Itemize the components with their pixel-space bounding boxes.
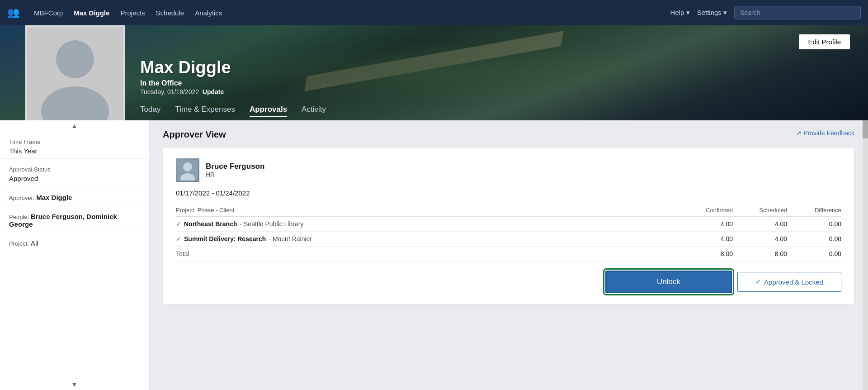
approver-section: Approver: Max Diggle bbox=[0, 186, 149, 205]
approved-locked-button[interactable]: ✓ Approved & Locked bbox=[737, 272, 841, 292]
total-scheduled: 8.00 bbox=[733, 250, 787, 257]
row2-difference: 0.00 bbox=[787, 235, 841, 243]
approver-value: Max Diggle bbox=[36, 194, 72, 201]
check-icon: ✓ bbox=[176, 220, 181, 228]
header-background bbox=[0, 25, 868, 120]
project-section: Project: All bbox=[0, 232, 149, 251]
nav-company[interactable]: MBFCorp bbox=[34, 9, 63, 17]
nav-projects[interactable]: Projects bbox=[120, 9, 145, 17]
person-avatar bbox=[176, 158, 199, 182]
person-avatar-image bbox=[176, 158, 199, 182]
tab-approvals[interactable]: Approvals bbox=[250, 105, 287, 117]
total-difference: 0.00 bbox=[787, 250, 841, 257]
nav-analytics[interactable]: Analytics bbox=[195, 9, 222, 17]
timeframe-label: Time Frame bbox=[9, 138, 140, 145]
edit-profile-button[interactable]: Edit Profile bbox=[799, 34, 850, 49]
person-header: Bruce Ferguson HR bbox=[176, 158, 841, 182]
avatar bbox=[25, 25, 125, 120]
profile-header: Max Diggle In the Office Tuesday, 01/18/… bbox=[0, 25, 868, 120]
approver-view-header: Approver View ↗ Provide Feedback bbox=[163, 129, 854, 140]
row1-project: ✓ Northeast Branch - Seattle Public Libr… bbox=[176, 220, 679, 228]
row2-project: ✓ Summit Delivery: Research - Mount Rain… bbox=[176, 235, 679, 243]
right-content: Approver View ↗ Provide Feedback bbox=[149, 120, 868, 390]
help-menu[interactable]: Help ▾ bbox=[670, 9, 690, 17]
avatar-silhouette bbox=[27, 27, 123, 120]
table-row: ✓ Summit Delivery: Research - Mount Rain… bbox=[176, 232, 841, 247]
col-difference: Difference bbox=[787, 207, 841, 214]
update-link[interactable]: Update bbox=[203, 88, 224, 95]
row1-confirmed: 4.00 bbox=[679, 220, 733, 228]
profile-info: Max Diggle In the Office Tuesday, 01/18/… bbox=[140, 58, 231, 95]
check-icon: ✓ bbox=[176, 235, 181, 243]
date-range: 01/17/2022 - 01/24/2022 bbox=[176, 189, 841, 197]
row2-client: - Mount Rainier bbox=[269, 235, 312, 243]
nav-schedule[interactable]: Schedule bbox=[156, 9, 184, 17]
timeframe-section: Time Frame This Year bbox=[0, 131, 149, 158]
action-buttons: Unlock ✓ Approved & Locked bbox=[176, 271, 841, 293]
table-header: Project: Phase - Client Confirmed Schedu… bbox=[176, 204, 841, 217]
chevron-up-icon: ▲ bbox=[71, 122, 78, 129]
row2-confirmed: 4.00 bbox=[679, 235, 733, 243]
table-row: ✓ Northeast Branch - Seattle Public Libr… bbox=[176, 217, 841, 232]
chevron-down-icon: ▼ bbox=[71, 381, 78, 388]
total-label: Total bbox=[176, 250, 679, 257]
scroll-down-button[interactable]: ▼ bbox=[0, 379, 149, 390]
sidebar: ▲ Time Frame This Year Approval Status A… bbox=[0, 120, 149, 390]
tab-today[interactable]: Today bbox=[140, 105, 160, 117]
scrollbar-thumb bbox=[863, 120, 868, 138]
profile-date: Tuesday, 01/18/2022 Update bbox=[140, 88, 231, 95]
project-label: Project: bbox=[9, 240, 29, 247]
approval-status-section: Approval Status Approved bbox=[0, 159, 149, 186]
col-project: Project: Phase - Client bbox=[176, 207, 679, 214]
row2-project-name: Summit Delivery: Research bbox=[184, 235, 266, 243]
svg-point-3 bbox=[183, 162, 192, 171]
tab-time-expenses[interactable]: Time & Expenses bbox=[175, 105, 235, 117]
person-name: Bruce Ferguson bbox=[206, 162, 264, 171]
scroll-up-button[interactable]: ▲ bbox=[0, 120, 149, 131]
search-input[interactable] bbox=[734, 6, 861, 19]
svg-point-0 bbox=[56, 40, 94, 78]
approval-table: Project: Phase - Client Confirmed Schedu… bbox=[176, 204, 841, 262]
approval-status-label: Approval Status bbox=[9, 166, 140, 173]
col-scheduled: Scheduled bbox=[733, 207, 787, 214]
unlock-button[interactable]: Unlock bbox=[605, 271, 732, 293]
top-nav: 👥 MBFCorp Max Diggle Projects Schedule A… bbox=[0, 0, 868, 25]
people-label: People: bbox=[9, 214, 29, 220]
row1-client: - Seattle Public Library bbox=[240, 220, 303, 228]
approver-view-title: Approver View bbox=[163, 129, 226, 140]
main-content: ▲ Time Frame This Year Approval Status A… bbox=[0, 120, 868, 390]
row1-project-name: Northeast Branch bbox=[184, 220, 237, 228]
row1-scheduled: 4.00 bbox=[733, 220, 787, 228]
person-info: Bruce Ferguson HR bbox=[206, 162, 264, 178]
col-confirmed: Confirmed bbox=[679, 207, 733, 214]
provide-feedback-link[interactable]: ↗ Provide Feedback bbox=[796, 129, 854, 137]
profile-tabs: Today Time & Expenses Approvals Activity bbox=[140, 105, 326, 117]
approved-check-icon: ✓ bbox=[755, 278, 761, 286]
approval-status-value: Approved bbox=[9, 175, 140, 182]
nav-max-diggle[interactable]: Max Diggle bbox=[74, 9, 109, 17]
approved-locked-label: Approved & Locked bbox=[764, 278, 823, 286]
right-scrollbar[interactable] bbox=[863, 120, 868, 390]
external-link-icon: ↗ bbox=[796, 129, 802, 137]
row2-scheduled: 4.00 bbox=[733, 235, 787, 243]
row1-difference: 0.00 bbox=[787, 220, 841, 228]
person-department: HR bbox=[206, 171, 264, 178]
avatar-container bbox=[25, 25, 125, 120]
approver-label: Approver: bbox=[9, 195, 34, 201]
people-section: People: Bruce Ferguson, Dominick George bbox=[0, 205, 149, 232]
nav-right: Help ▾ Settings ▾ bbox=[670, 6, 861, 19]
logo-icon[interactable]: 👥 bbox=[7, 7, 19, 19]
profile-status: In the Office bbox=[140, 79, 231, 87]
approval-card: Bruce Ferguson HR 01/17/2022 - 01/24/202… bbox=[163, 147, 854, 304]
tab-activity[interactable]: Activity bbox=[302, 105, 326, 117]
total-confirmed: 8.00 bbox=[679, 250, 733, 257]
settings-menu[interactable]: Settings ▾ bbox=[697, 9, 727, 17]
project-value: All bbox=[31, 239, 38, 247]
timeframe-value: This Year bbox=[9, 147, 140, 155]
table-total-row: Total 8.00 8.00 0.00 bbox=[176, 247, 841, 262]
svg-point-1 bbox=[41, 86, 109, 120]
profile-name: Max Diggle bbox=[140, 58, 231, 77]
